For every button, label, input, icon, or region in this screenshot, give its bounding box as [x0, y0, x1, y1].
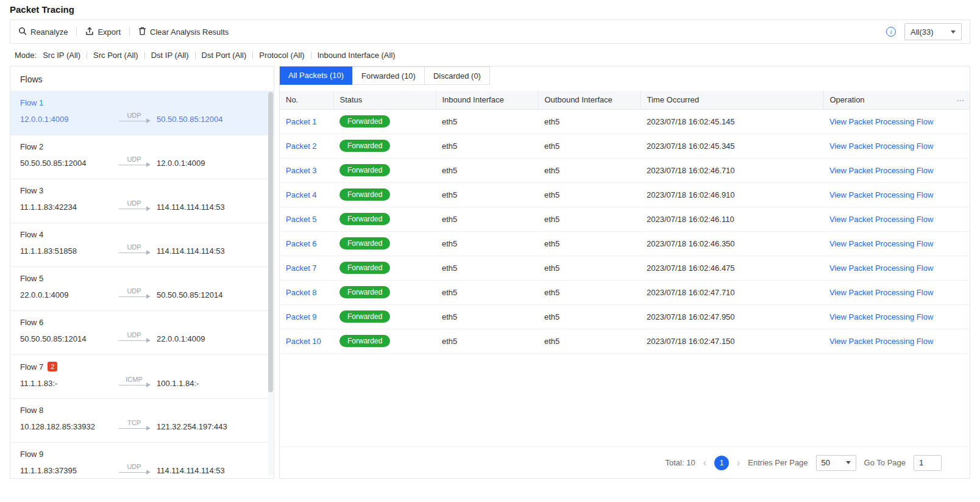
next-page-icon[interactable]: › [737, 458, 740, 468]
flow-item[interactable]: Flow 7 2 11.1.1.83:- ICMP 100.1.1.84:- [10, 355, 274, 399]
tab-all-packets[interactable]: All Packets (10) [280, 66, 353, 85]
status-badge: Forwarded [339, 140, 390, 152]
filter-dst-ip[interactable]: Dst IP (All) [151, 51, 189, 60]
filter-protocol[interactable]: Protocol (All) [259, 51, 304, 60]
flow-item[interactable]: Flow 5 22.0.0.1:4009 UDP 50.50.50.85:120… [10, 267, 274, 311]
flow-direction-arrow: UDP [119, 112, 149, 121]
view-packet-processing-flow-link[interactable]: View Packet Processing Flow [829, 142, 933, 151]
scope-dropdown[interactable]: All(33) [904, 23, 962, 40]
main-content: Flows Flow 1 12.0.0.1:4009 UDP 50.50.50.… [10, 66, 970, 479]
status-badge: Forwarded [339, 115, 390, 127]
filter-dst-port[interactable]: Dst Port (All) [202, 51, 247, 60]
inbound-interface: eth5 [436, 329, 538, 353]
time-occurred: 2023/07/18 16:02:46.350 [641, 231, 823, 256]
tab-discarded[interactable]: Discarded (0) [424, 66, 490, 85]
table-row: Packet 4 Forwarded eth5 eth5 2023/07/18 … [280, 182, 970, 207]
flow-item[interactable]: Flow 2 50.50.50.85:12004 UDP 12.0.0.1:40… [10, 135, 274, 179]
packet-link[interactable]: Packet 4 [286, 190, 317, 199]
flow-protocol: ICMP [126, 376, 143, 383]
packet-tabs: All Packets (10) Forwarded (10) Discarde… [280, 66, 970, 85]
flow-protocol: UDP [127, 287, 141, 295]
reanalyze-button[interactable]: Reanalyze [18, 27, 68, 37]
flow-item[interactable]: Flow 6 50.50.50.85:12014 UDP 22.0.0.1:40… [10, 311, 274, 355]
previous-page-icon[interactable]: ‹ [703, 458, 706, 468]
flow-protocol: UDP [127, 331, 141, 339]
packet-link[interactable]: Packet 6 [286, 239, 317, 248]
clear-analysis-results-button[interactable]: Clear Analysis Results [138, 27, 229, 37]
status-badge: Forwarded [339, 310, 390, 323]
packet-link[interactable]: Packet 9 [286, 312, 317, 321]
view-packet-processing-flow-link[interactable]: View Packet Processing Flow [829, 117, 933, 126]
flows-scrollbar-thumb[interactable] [268, 92, 273, 392]
table-row: Packet 9 Forwarded eth5 eth5 2023/07/18 … [280, 304, 970, 329]
flow-direction-arrow: UDP [119, 243, 149, 253]
packet-link[interactable]: Packet 10 [286, 337, 321, 346]
pagination-total: Total: 10 [665, 458, 695, 467]
column-settings-icon[interactable]: ⋯ [956, 95, 964, 104]
packet-link[interactable]: Packet 1 [286, 117, 317, 126]
packet-link[interactable]: Packet 8 [286, 288, 317, 297]
outbound-interface: eth5 [538, 231, 641, 256]
filter-divider [311, 52, 311, 59]
flow-destination-address: 114.114.114.114:53 [157, 466, 225, 475]
toolbar: Reanalyze Export Clear Analysis Results … [10, 20, 970, 44]
flow-destination-address: 114.114.114.114:53 [157, 203, 225, 212]
packet-link[interactable]: Packet 2 [286, 142, 317, 151]
flow-item[interactable]: Flow 4 11.1.1.83:51858 UDP 114.114.114.1… [10, 223, 274, 267]
inbound-interface: eth5 [436, 158, 538, 182]
flow-protocol: UDP [127, 243, 141, 251]
packet-link[interactable]: Packet 5 [286, 215, 317, 224]
status-badge: Forwarded [339, 213, 390, 225]
time-occurred: 2023/07/18 16:02:45.145 [641, 109, 823, 134]
outbound-interface: eth5 [538, 304, 641, 329]
toolbar-divider [76, 27, 77, 36]
filter-src-ip[interactable]: Src IP (All) [43, 51, 80, 60]
view-packet-processing-flow-link[interactable]: View Packet Processing Flow [829, 239, 933, 248]
scope-dropdown-value: All(33) [911, 27, 934, 37]
export-button[interactable]: Export [85, 27, 121, 37]
filter-src-port[interactable]: Src Port (All) [93, 51, 138, 60]
page-title: Packet Tracing [0, 0, 980, 20]
entries-per-page-select[interactable]: 50 [816, 455, 856, 471]
current-page-button[interactable]: 1 [714, 456, 729, 470]
view-packet-processing-flow-link[interactable]: View Packet Processing Flow [829, 288, 933, 297]
flows-scrollbar[interactable] [268, 92, 273, 476]
entries-per-page-label: Entries Per Page [748, 458, 808, 467]
column-header-status: Status [333, 91, 436, 109]
view-packet-processing-flow-link[interactable]: View Packet Processing Flow [829, 166, 933, 175]
flows-panel-title: Flows [10, 66, 274, 91]
outbound-interface: eth5 [538, 207, 641, 231]
inbound-interface: eth5 [436, 231, 538, 256]
view-packet-processing-flow-link[interactable]: View Packet Processing Flow [829, 215, 933, 224]
packets-panel: All Packets (10) Forwarded (10) Discarde… [279, 66, 970, 479]
table-row: Packet 7 Forwarded eth5 eth5 2023/07/18 … [280, 256, 970, 280]
go-to-page-input[interactable] [914, 455, 942, 471]
status-badge: Forwarded [339, 237, 390, 249]
outbound-interface: eth5 [538, 329, 641, 353]
tab-forwarded[interactable]: Forwarded (10) [352, 66, 425, 85]
flow-source-address: 11.1.1.83:51858 [20, 246, 119, 256]
flow-item[interactable]: Flow 3 11.1.1.83:42234 UDP 114.114.114.1… [10, 179, 274, 223]
flow-source-address: 50.50.50.85:12014 [20, 334, 119, 343]
flow-protocol: UDP [127, 199, 141, 207]
outbound-interface: eth5 [538, 280, 641, 304]
flow-item[interactable]: Flow 1 12.0.0.1:4009 UDP 50.50.50.85:120… [10, 91, 274, 135]
filter-divider [195, 52, 196, 59]
view-packet-processing-flow-link[interactable]: View Packet Processing Flow [829, 337, 933, 346]
inbound-interface: eth5 [436, 134, 538, 158]
info-icon[interactable]: i [886, 27, 896, 37]
flow-item[interactable]: Flow 8 10.128.182.85:33932 TCP 121.32.25… [10, 399, 274, 443]
flow-destination-address: 114.114.114.114:53 [157, 246, 225, 256]
view-packet-processing-flow-link[interactable]: View Packet Processing Flow [829, 190, 933, 199]
filter-inbound-interface[interactable]: Inbound Interface (All) [318, 51, 396, 60]
packet-link[interactable]: Packet 3 [286, 166, 317, 175]
flow-item[interactable]: Flow 9 11.1.1.83:37395 UDP 114.114.114.1… [10, 443, 274, 479]
packet-link[interactable]: Packet 7 [286, 264, 317, 273]
flow-direction-arrow: UDP [119, 463, 149, 473]
flow-name: Flow 6 [20, 318, 43, 327]
flow-source-address: 22.0.0.1:4009 [20, 290, 119, 299]
view-packet-processing-flow-link[interactable]: View Packet Processing Flow [829, 312, 933, 321]
view-packet-processing-flow-link[interactable]: View Packet Processing Flow [829, 264, 933, 273]
column-header-no: No. [280, 91, 333, 109]
status-badge: Forwarded [339, 335, 390, 347]
